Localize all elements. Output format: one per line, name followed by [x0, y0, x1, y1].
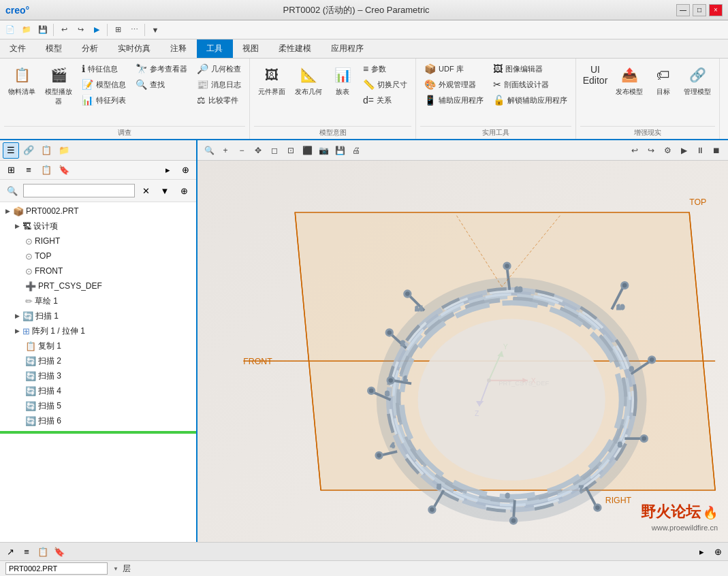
publish-model-button[interactable]: 📤 发布模型 — [612, 61, 647, 99]
frame-button[interactable]: ⊡ — [283, 143, 298, 158]
tree-item-sweep4[interactable]: ▶ 🔄 扫描 4 — [0, 383, 196, 398]
tab-annotation[interactable]: 注释 — [161, 39, 197, 58]
section-designer-button[interactable]: ✂ 剖面线设计器 — [489, 77, 571, 92]
feature-list-button[interactable]: 📊 特征列表 — [78, 93, 130, 108]
search-options-button[interactable]: ▼ — [157, 182, 173, 199]
redo-view-button[interactable]: ↪ — [644, 143, 659, 158]
zoom-out-button[interactable]: − — [234, 143, 249, 158]
camera-button[interactable]: 📷 — [316, 143, 331, 158]
view-cube-button[interactable]: ⬛ — [300, 143, 315, 158]
statusbar-bookmark-button[interactable]: 🔖 — [52, 544, 67, 559]
tree-item-root[interactable]: ▶ 📦 PRT0002.PRT — [0, 204, 196, 219]
model-player-button[interactable]: 🎬 模型播放器 — [41, 61, 76, 109]
statusbar-tree-button[interactable]: 📋 — [35, 544, 50, 559]
tree-item-front[interactable]: ▶ ⊙ FRONT — [0, 263, 196, 278]
toggle-dim-button[interactable]: 📏 切换尺寸 — [359, 77, 411, 92]
geom-check-button[interactable]: 🔎 几何检查 — [193, 61, 245, 76]
redo-button[interactable]: ↪ — [73, 22, 88, 37]
list-view-button[interactable]: ≡ — [20, 162, 37, 178]
aux-app-button[interactable]: 📱 辅助应用程序 — [420, 93, 488, 108]
tree-item-top[interactable]: ▶ ⊙ TOP — [0, 249, 196, 263]
tree-item-sweep1[interactable]: ▶ 🔄 扫描 1 — [0, 308, 196, 323]
compare-part-button[interactable]: ⚖ 比较零件 — [193, 93, 245, 108]
target-button[interactable]: 🏷 目标 — [648, 61, 678, 99]
tree-item-design[interactable]: ▶ 🏗 设计项 — [0, 219, 196, 234]
settings-button[interactable]: ▼ — [148, 22, 163, 37]
tab-analysis[interactable]: 分析 — [72, 39, 108, 58]
model-info-button[interactable]: 📝 模型信息 — [78, 77, 130, 92]
add-search-button[interactable]: ⊕ — [176, 182, 192, 199]
expander-root[interactable]: ▶ — [3, 206, 12, 216]
close-button[interactable]: × — [709, 4, 723, 16]
new-button[interactable]: 📄 — [3, 22, 18, 37]
tree-item-sweep6[interactable]: ▶ 🔄 扫描 6 — [0, 413, 196, 428]
tree-item-sweep2[interactable]: ▶ 🔄 扫描 2 — [0, 353, 196, 368]
tree-item-right[interactable]: ▶ ⊙ RIGHT — [0, 234, 196, 249]
zoom-fit-button[interactable]: 🔍 — [202, 143, 217, 158]
component-interface-button[interactable]: 🖼 元件界面 — [254, 61, 289, 99]
add-item-button[interactable]: ⊕ — [177, 162, 193, 178]
zoom-box-button[interactable]: ◻ — [267, 143, 282, 158]
minimize-button[interactable]: — — [676, 4, 690, 16]
expander-pattern1[interactable]: ▶ — [12, 326, 22, 336]
undo-view-button[interactable]: ↩ — [627, 143, 642, 158]
tree-item-sweep3[interactable]: ▶ 🔄 扫描 3 — [0, 368, 196, 383]
statusbar-list-button[interactable]: ≡ — [19, 544, 34, 559]
filename-field[interactable] — [5, 562, 108, 575]
tab-view[interactable]: 视图 — [233, 39, 269, 58]
undo-button[interactable]: ↩ — [57, 22, 72, 37]
show-options-button[interactable]: ▸ — [159, 162, 176, 178]
bom-button[interactable]: 📋 物料清单 — [4, 61, 39, 99]
relations-button[interactable]: d= 关系 — [359, 93, 411, 108]
model-tree-tab[interactable]: ☰ — [3, 142, 19, 159]
save-button[interactable]: 💾 — [35, 22, 50, 37]
properties-tab[interactable]: 📋 — [38, 142, 54, 159]
tab-applications[interactable]: 应用程序 — [321, 39, 374, 58]
params-button[interactable]: ≡ 参数 — [359, 61, 411, 76]
find-button[interactable]: 🔍 查找 — [131, 77, 191, 92]
tab-flex-modeling[interactable]: 柔性建模 — [269, 39, 321, 58]
save-view-button[interactable]: 💾 — [332, 143, 347, 158]
stop-button[interactable]: ⏹ — [709, 143, 724, 158]
expand-all-button[interactable]: ⊞ — [3, 162, 19, 178]
tree-item-csys[interactable]: ▶ ➕ PRT_CSYS_DEF — [0, 278, 196, 293]
appearance-manager-button[interactable]: 🎨 外观管理器 — [420, 77, 488, 92]
filter-icon[interactable]: 🔍 — [4, 182, 20, 199]
pause-button[interactable]: ⏸ — [693, 143, 708, 158]
play-button[interactable]: ▶ — [676, 143, 691, 158]
search-input[interactable] — [23, 184, 135, 197]
window-switch-button[interactable]: ⊞ — [110, 22, 125, 37]
open-button[interactable]: 📁 — [19, 22, 34, 37]
filter-button[interactable]: 🔖 — [56, 162, 72, 178]
publish-geom-button[interactable]: 📐 发布几何 — [291, 61, 326, 99]
expander-sweep1[interactable]: ▶ — [12, 311, 22, 321]
clear-search-button[interactable]: ✕ — [138, 182, 154, 199]
layers-tab[interactable]: 🔗 — [20, 142, 37, 159]
tree-item-pattern1[interactable]: ▶ ⊞ 阵列 1 / 拉伸 1 — [0, 323, 196, 338]
feature-info-button[interactable]: ℹ 特征信息 — [78, 61, 130, 76]
family-table-button[interactable]: 📊 族表 — [328, 61, 358, 99]
image-editor-button[interactable]: 🖼 图像编辑器 — [489, 61, 571, 76]
print-button[interactable]: 🖨 — [349, 143, 364, 158]
pan-button[interactable]: ✥ — [251, 143, 266, 158]
unlock-aux-button[interactable]: 🔓 解锁辅助应用程序 — [489, 93, 571, 108]
statusbar-more-button[interactable]: ▸ — [694, 544, 709, 559]
tab-file[interactable]: 文件 — [0, 39, 36, 58]
tree-item-sketch1[interactable]: ▶ ✏ 草绘 1 — [0, 293, 196, 308]
tab-tools[interactable]: 工具 — [197, 39, 233, 58]
ui-editor-button[interactable]: UI Editor — [580, 61, 610, 90]
regenerate-button[interactable]: ▶ — [89, 22, 104, 37]
tree-settings-button[interactable]: 📋 — [38, 162, 54, 178]
more-button[interactable]: ⋯ — [127, 22, 142, 37]
udf-lib-button[interactable]: 📦 UDF 库 — [420, 61, 488, 76]
message-log-button[interactable]: 📰 消息日志 — [193, 77, 245, 92]
tree-item-sweep5[interactable]: ▶ 🔄 扫描 5 — [0, 398, 196, 413]
tree-item-copy1[interactable]: ▶ 📋 复制 1 — [0, 338, 196, 353]
tab-simulation[interactable]: 实时仿真 — [108, 39, 161, 58]
files-tab[interactable]: 📁 — [56, 142, 72, 159]
expander-design[interactable]: ▶ — [12, 221, 22, 231]
zoom-in-button[interactable]: + — [218, 143, 233, 158]
ref-viewer-button[interactable]: 🔭 参考查看器 — [131, 61, 191, 76]
3d-viewport[interactable]: TOP FRONT RIGHT X Y — [197, 161, 728, 542]
arrow-tool-button[interactable]: ↗ — [3, 544, 18, 559]
